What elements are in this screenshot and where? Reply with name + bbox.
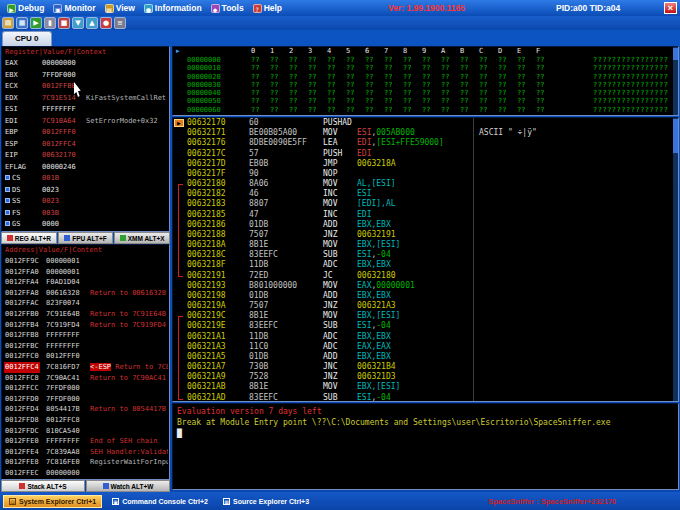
register-row[interactable]: ESP0012FFC4 (2, 139, 169, 151)
scrollbar-thumb[interactable] (673, 48, 678, 60)
status-system-explorer[interactable]: ▤System Explorer Ctrl+1 (3, 495, 102, 508)
hexdump-row[interactable]: 00000030????????????????????????????????… (173, 81, 678, 89)
stack-row[interactable]: 0012FFA800616328Return to 00616328 (2, 288, 169, 299)
register-row[interactable]: EFLAG00000246 (2, 162, 169, 174)
stack-row[interactable]: 0012FFE0FFFFFFFFEnd of SEH chain (2, 436, 169, 447)
register-row[interactable]: ESIFFFFFFFF (2, 104, 169, 116)
register-row[interactable]: EDI7C910A64SetErrorMode+0x32 (2, 116, 169, 128)
step-into-icon[interactable]: ▼ (72, 17, 84, 29)
breakpoint-icon[interactable]: ● (100, 17, 112, 29)
menu-information[interactable]: ●Information (140, 3, 206, 13)
register-tab-reg[interactable]: REG ALT+R (1, 232, 57, 244)
hexdump-row[interactable]: 00000060????????????????????????????????… (173, 106, 678, 114)
disasm-row[interactable]: 0063219C8B1EMOVEBX,[ESI] (173, 311, 678, 321)
register-tab-xmm[interactable]: XMM ALT+X (114, 232, 170, 244)
hexdump-row[interactable]: 00000050????????????????????????????????… (173, 97, 678, 105)
disasm-row[interactable]: 0063217C57PUSHEDI (173, 149, 678, 159)
register-row[interactable]: CS001B (2, 173, 169, 185)
disasm-row[interactable]: 006321A97528JNZ006321D3 (173, 372, 678, 382)
hex-scrollbar[interactable] (673, 47, 678, 115)
step-over-icon[interactable]: ▲ (86, 17, 98, 29)
disasm-row[interactable]: 0063219E83EEFCSUBESI,-04 (173, 321, 678, 331)
disasm-row[interactable]: 006321838807MOV[EDI],AL (173, 199, 678, 209)
disasm-row[interactable]: 006321A111DBADCEBX,EBX (173, 332, 678, 342)
register-row[interactable]: EAX00000000 (2, 58, 169, 70)
hexdump-row[interactable]: 00000020????????????????????????????????… (173, 73, 678, 81)
hexdump-row[interactable]: 00000040????????????????????????????????… (173, 89, 678, 97)
disasm-row[interactable]: 006321A501DBADDEBX,EBX (173, 352, 678, 362)
disasm-row[interactable]: 0063217DEB0BJMP0063218A (173, 159, 678, 169)
register-row[interactable]: SS0023 (2, 196, 169, 208)
disasm-row[interactable]: 006321A311C0ADCEAX,EAX (173, 342, 678, 352)
tab-cpu[interactable]: CPU 0 (2, 31, 52, 46)
register-row[interactable]: EBX7FFDF000 (2, 70, 169, 82)
disasm-row[interactable]: 0063218A8B1EMOVEBX,[ESI] (173, 240, 678, 250)
disasm-row[interactable]: 006321AD83EEFCSUBESI,-04 (173, 393, 678, 402)
stack-row[interactable]: 0012FFB47C919FD4Return to 7C919FD4 (2, 320, 169, 331)
stack-row[interactable]: 0012FFC87C90AC41Return to 7C90AC41 (2, 373, 169, 384)
register-row[interactable]: DS0023 (2, 185, 169, 197)
disasm-row[interactable]: 00632193B801000000MOVEAX,00000001 (173, 281, 678, 291)
disasm-row[interactable]: 0063217F90NOP (173, 169, 678, 179)
status-source-explorer[interactable]: ▦Source Explorer Ctrl+3 (218, 496, 314, 507)
stack-row[interactable]: 0012FFE47C839AA8SEH Handler:Validate (2, 447, 169, 458)
disasm-row[interactable]: 006321A7730BJNC006321B4 (173, 362, 678, 372)
status-command-console[interactable]: ▣Command Console Ctrl+2 (107, 496, 213, 507)
settings-icon[interactable]: ≡ (114, 17, 126, 29)
disasm-row[interactable]: 0063219172EDJC00632180 (173, 271, 678, 281)
run-icon[interactable]: ▶ (30, 17, 42, 29)
register-tab-fpu[interactable]: FPU ALT+F (58, 232, 114, 244)
pause-icon[interactable]: ▮ (44, 17, 56, 29)
disasm-row[interactable]: 006321AB8B1EMOVEBX,[ESI] (173, 382, 678, 392)
stack-row[interactable]: 0012FFD07FFDF000 (2, 394, 169, 405)
save-icon[interactable]: ▦ (16, 17, 28, 29)
stack-row[interactable]: 0012FFAC823F0074 (2, 298, 169, 309)
stack-row[interactable]: 0012FFBCFFFFFFFF (2, 341, 169, 352)
menu-help[interactable]: ?Help (249, 3, 286, 13)
disasm-row[interactable]: 0063218F11DBADCEBX,EBX (173, 260, 678, 270)
disasm-row[interactable]: ▶0063217060PUSHAD (173, 118, 678, 128)
scrollbar-thumb[interactable] (673, 119, 678, 153)
disasm-row[interactable]: 0063218547INCEDI (173, 210, 678, 220)
menu-monitor[interactable]: ▣Monitor (49, 3, 99, 13)
disasm-scrollbar[interactable] (673, 118, 678, 401)
stack-row[interactable]: 0012FFB8FFFFFFFF (2, 330, 169, 341)
menu-debug[interactable]: ▶Debug (3, 3, 48, 13)
stack-row[interactable]: 0012FFD48054417BReturn to 8054417B (2, 404, 169, 415)
hexdump-row[interactable]: 00000010????????????????????????????????… (173, 64, 678, 72)
stack-row[interactable]: 0012FFE87C816FE0RegisterWaitForInpu (2, 457, 169, 468)
hexdump-row[interactable]: 00000000????????????????????????????????… (173, 56, 678, 64)
register-row[interactable]: EBP0012FFF0 (2, 127, 169, 139)
disasm-row[interactable]: 0063219A7507JNZ006321A3 (173, 301, 678, 311)
stack-row[interactable]: 0012FFC00012FFF0 (2, 351, 169, 362)
menu-view[interactable]: ▤View (101, 3, 139, 13)
stack-row[interactable]: 0012FFA4F0AD1D04 (2, 277, 169, 288)
disasm-row[interactable]: 00632171BE00B05A00MOVESI,005AB000ASCII "… (173, 128, 678, 138)
menu-tools[interactable]: ◆Tools (207, 3, 248, 13)
disasm-row[interactable]: 006321768DBE0090E5FFLEAEDI,[ESI+FFE59000… (173, 138, 678, 148)
stack-row[interactable]: 0012FFC47C816FD7<-ESP Return to 7C816FD7 (2, 362, 169, 373)
disasm-row[interactable]: 0063218601DBADDEBX,EBX (173, 220, 678, 230)
stack-row[interactable]: 0012FFCC7FFDF000 (2, 383, 169, 394)
stack-row[interactable]: 0012FF9C00000001 (2, 256, 169, 267)
disasm-row[interactable]: 006321808A06MOVAL,[ESI] (173, 179, 678, 189)
register-row[interactable]: EDX7C91E514KiFastSystemCallRet (2, 93, 169, 105)
open-file-icon[interactable]: ▤ (2, 17, 14, 29)
console-prompt[interactable]: █ (173, 428, 678, 439)
stop-icon[interactable]: ■ (58, 17, 70, 29)
stack-tab-stack[interactable]: Stack ALT+S (1, 480, 85, 492)
close-button[interactable]: × (664, 2, 677, 14)
disasm-row[interactable]: 0063218C83EEFCSUBESI,-04 (173, 250, 678, 260)
stack-row[interactable]: 0012FFD80012FFC8 (2, 415, 169, 426)
stack-row[interactable]: 0012FFDC810CA540 (2, 426, 169, 437)
register-row[interactable]: ECX0012FFB0 (2, 81, 169, 93)
disasm-row[interactable]: 0063218246INCESI (173, 189, 678, 199)
disasm-row[interactable]: 0063219801DBADDEBX,EBX (173, 291, 678, 301)
stack-row[interactable]: 0012FFEC00000000 (2, 468, 169, 479)
stack-row[interactable]: 0012FFA000000001 (2, 267, 169, 278)
stack-tab-watch[interactable]: Watch ALT+W (86, 480, 170, 492)
stack-row[interactable]: 0012FFB07C91E64BReturn to 7C91E64B (2, 309, 169, 320)
register-row[interactable]: EIP00632170 (2, 150, 169, 162)
register-row[interactable]: GS0000 (2, 219, 169, 231)
disasm-row[interactable]: 006321887507JNZ00632191 (173, 230, 678, 240)
